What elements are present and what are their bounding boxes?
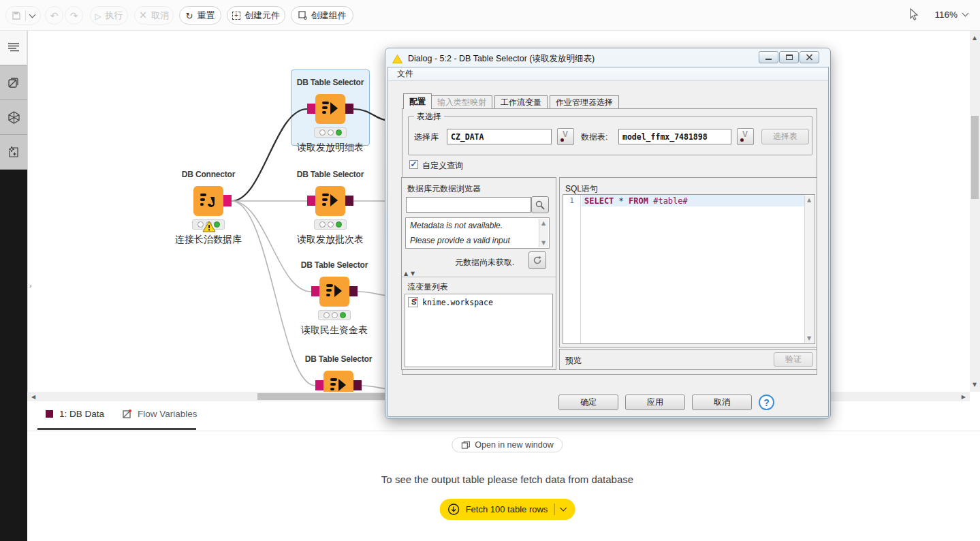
db-connector-node-icon[interactable] [193, 186, 223, 216]
node-db-table-selector-2[interactable]: DB Table Selector 读取发放批次表 [279, 170, 381, 246]
scroll-down-icon[interactable] [973, 382, 977, 388]
status-configured-dot [332, 312, 338, 318]
vscroll-thumb[interactable] [971, 116, 979, 199]
download-icon [448, 504, 460, 515]
db-output-port[interactable] [223, 195, 232, 206]
tab-job-manager[interactable]: 作业管理器选择 [550, 95, 619, 109]
tab-input-type-mapping[interactable]: 输入类型映射 [431, 95, 492, 109]
dialog-titlebar[interactable]: Dialog - 5:2 - DB Table Selector (读取发放明细… [388, 51, 810, 66]
create-metanode-button[interactable]: + 创建元件 [227, 6, 285, 25]
db-table-selector-node-icon[interactable] [315, 94, 345, 124]
maximize-button[interactable] [779, 51, 799, 63]
metadata-search-input[interactable] [406, 197, 531, 213]
status-executed-dot [336, 129, 342, 136]
schema-input[interactable]: CZ_DATA [447, 129, 552, 144]
scroll-left-icon[interactable] [31, 394, 35, 400]
scroll-up-icon[interactable] [807, 197, 811, 203]
fetch-rows-button[interactable]: Fetch 100 table rows [440, 499, 575, 520]
node-db-table-selector-3[interactable]: DB Table Selector 读取民生资金表 [283, 260, 385, 337]
save-button-group[interactable] [5, 6, 41, 25]
db-output-port[interactable] [345, 196, 353, 206]
dialog-cancel-button[interactable]: 取消 [692, 395, 752, 410]
table-flowvar-button[interactable] [737, 128, 754, 145]
node-db-connector[interactable]: DB Connector 连接长治数据库 [157, 170, 259, 246]
close-button[interactable] [800, 51, 819, 63]
db-input-port[interactable] [315, 380, 323, 390]
flow-variable-item[interactable]: knime.workspace [408, 297, 493, 307]
canvas-vscrollbar[interactable] [970, 31, 980, 392]
undo-button[interactable] [45, 6, 63, 25]
tab-config[interactable]: 配置 [403, 93, 432, 109]
tab-flow-variables[interactable]: Flow Variables [123, 409, 197, 419]
cancel-exec-button[interactable]: 取消 [134, 6, 174, 25]
schema-flowvar-button[interactable] [557, 128, 574, 145]
scroll-up-icon[interactable] [973, 35, 977, 41]
node-label: 读取发放明细表 [279, 142, 381, 154]
execute-button[interactable]: 执行 [90, 6, 128, 25]
scroll-down-icon[interactable] [807, 335, 811, 341]
custom-query-checkbox[interactable] [409, 160, 418, 169]
db-table-selector-node-icon[interactable] [319, 277, 349, 307]
db-output-port[interactable] [353, 380, 362, 390]
table-input[interactable]: model_ffmx_7481898 [618, 129, 731, 144]
expand-panel-chevron[interactable]: › [29, 281, 32, 290]
config-tab-panel: 表选择 选择库 CZ_DATA 数据表: model_ffmx_7481898 … [402, 108, 817, 375]
active-tab-underline [37, 428, 196, 430]
select-table-button[interactable]: 选择表 [761, 129, 809, 144]
sidebar-item-nodes[interactable] [0, 65, 27, 100]
scroll-down-icon[interactable] [541, 240, 546, 246]
splitter-up-icon[interactable] [404, 270, 408, 277]
db-table-selector-dialog: Dialog - 5:2 - DB Table Selector (读取发放明细… [385, 48, 831, 419]
db-output-port[interactable] [349, 286, 358, 296]
node-db-table-selector-4[interactable]: DB Table Selector [287, 354, 390, 392]
create-component-button[interactable]: 创建组件 [291, 6, 353, 25]
flow-variable-list[interactable]: knime.workspace [405, 294, 553, 367]
apply-button[interactable]: 应用 [625, 395, 685, 410]
sidebar-item-hub[interactable] [0, 100, 27, 135]
sidebar-item-ai[interactable] [0, 135, 27, 170]
sql-code-line[interactable]: SELECT * FROM #table# [582, 195, 804, 206]
redo-button[interactable] [65, 6, 83, 25]
sidebar-item-description[interactable] [0, 31, 27, 65]
create-metanode-label: 创建元件 [244, 10, 280, 22]
metadata-browser-title: 数据库元数据浏览器 [407, 183, 481, 195]
splitter-down-icon[interactable] [411, 270, 415, 277]
help-button[interactable] [759, 395, 774, 410]
open-in-new-window-button[interactable]: Open in new window [452, 437, 563, 452]
metadata-refresh-button[interactable] [528, 251, 546, 269]
ok-button[interactable]: 确定 [558, 395, 618, 410]
zoom-level[interactable]: 116% [934, 10, 958, 20]
reset-button[interactable]: 重置 [179, 6, 221, 25]
metadata-scrollbar[interactable] [539, 219, 548, 247]
node-db-table-selector-1[interactable]: DB Table Selector 读取发放明细表 [279, 78, 381, 154]
splitter[interactable] [402, 277, 556, 277]
node-title: DB Table Selector [283, 260, 385, 273]
db-output-port[interactable] [345, 104, 353, 114]
sql-editor[interactable]: 1 SELECT * FROM #table# [563, 194, 815, 344]
menu-file[interactable]: 文件 [388, 68, 420, 80]
db-input-port[interactable] [311, 286, 319, 296]
top-toolbar: 执行 取消 重置 + 创建元件 创建组件 116% [0, 0, 980, 31]
node-title: DB Table Selector [287, 354, 390, 367]
close-icon [806, 54, 813, 61]
zoom-chevron-icon[interactable] [962, 10, 969, 17]
fetch-options-chevron-icon[interactable] [560, 505, 567, 512]
status-idle-dot [323, 312, 330, 318]
metadata-search-button[interactable] [531, 196, 549, 213]
tab-job-manager-label: 作业管理器选择 [556, 97, 613, 108]
db-input-port[interactable] [307, 196, 315, 206]
tab-db-data[interactable]: 1: DB Data [46, 409, 104, 419]
validate-button[interactable]: 验证 [774, 352, 813, 367]
status-idle-dot [319, 129, 326, 136]
db-table-selector-node-icon[interactable] [315, 186, 345, 216]
db-table-selector-node-icon[interactable] [323, 371, 353, 392]
sql-table-placeholder: #table# [648, 196, 688, 206]
dialog-client-area: 文件 配置 输入类型映射 工作流变量 作业管理器选择 表选择 选择库 CZ_DA… [388, 67, 829, 417]
tab-workflow-variables[interactable]: 工作流变量 [494, 95, 548, 109]
db-input-port[interactable] [307, 104, 315, 114]
minimize-button[interactable] [759, 51, 778, 63]
scroll-right-icon[interactable] [962, 394, 966, 400]
sql-editor-scrollbar[interactable] [804, 196, 814, 343]
scroll-up-icon[interactable] [541, 220, 546, 226]
refresh-icon [533, 256, 542, 265]
